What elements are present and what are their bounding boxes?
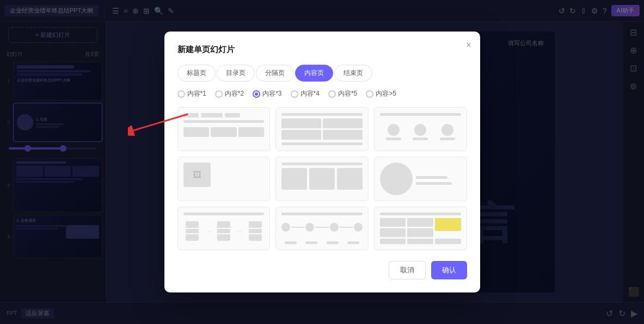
layout-option-5[interactable]: [275, 157, 369, 201]
radio-content-5[interactable]: 内容*5: [328, 89, 357, 98]
layout-option-4[interactable]: 🖼: [177, 157, 271, 201]
layout-option-7[interactable]: → →: [177, 207, 271, 250]
radio-content-more[interactable]: 内容>5: [366, 89, 396, 98]
radio-dot-2: [215, 90, 223, 98]
radio-content-2[interactable]: 内容*2: [215, 89, 244, 98]
modal-dialog: 新建单页幻灯片 × 标题页 目录页 分隔页 内容页 结束页 内容*1 内容*2 …: [164, 32, 480, 292]
layout-option-6[interactable]: [374, 157, 467, 201]
tab-cover[interactable]: 标题页: [177, 65, 216, 82]
radio-content-1[interactable]: 内容*1: [177, 89, 206, 98]
modal-overlay: 新建单页幻灯片 × 标题页 目录页 分隔页 内容页 结束页 内容*1 内容*2 …: [0, 0, 644, 324]
radio-content-4[interactable]: 内容*4: [291, 89, 320, 98]
modal-tab-row: 标题页 目录页 分隔页 内容页 结束页: [177, 65, 467, 82]
content-count-radios: 内容*1 内容*2 内容*3 内容*4 内容*5 内容>5: [177, 89, 467, 98]
radio-dot-5: [328, 90, 336, 98]
layout-option-3[interactable]: [374, 107, 467, 151]
layout-option-9[interactable]: [374, 207, 467, 250]
layout-grid: 🖼: [177, 107, 467, 250]
cancel-button[interactable]: 取消: [389, 261, 426, 279]
confirm-button[interactable]: 确认: [431, 261, 467, 279]
modal-footer: 取消 确认: [177, 261, 467, 279]
radio-dot-3: [253, 90, 260, 98]
layout-option-8[interactable]: [275, 207, 369, 250]
radio-dot-1: [177, 90, 185, 98]
radio-dot-more: [366, 90, 373, 98]
modal-close-button[interactable]: ×: [466, 40, 471, 50]
radio-dot-4: [291, 90, 298, 98]
layout-option-1[interactable]: [177, 107, 271, 151]
modal-title: 新建单页幻灯片: [177, 45, 467, 55]
layout-option-2[interactable]: [275, 107, 369, 151]
tab-divider[interactable]: 分隔页: [256, 65, 294, 82]
radio-content-3[interactable]: 内容*3: [253, 89, 281, 98]
tab-catalog[interactable]: 目录页: [217, 65, 255, 82]
tab-end[interactable]: 结束页: [334, 65, 372, 82]
tab-content[interactable]: 内容页: [295, 65, 333, 82]
